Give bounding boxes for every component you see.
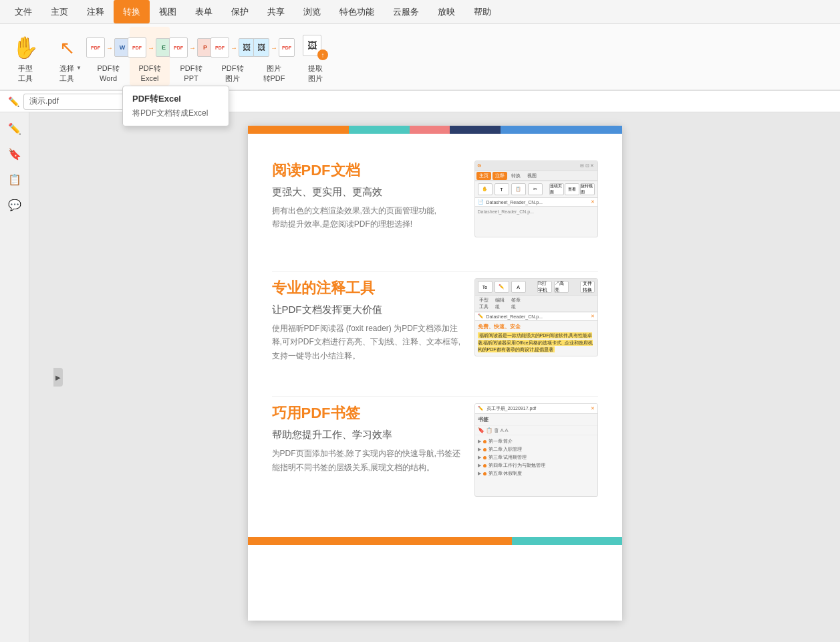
section-1-text: 阅读PDF文档 更强大、更实用、更高效 拥有出色的文档渲染效果,强大的页面管理功… (272, 160, 461, 231)
menu-item-云服务[interactable]: 云服务 (384, 0, 428, 23)
divider-2 (272, 396, 598, 397)
menu-item-注释[interactable]: 注释 (78, 0, 114, 23)
pdf-image-icon: PDF → 🖼 (211, 37, 255, 58)
bm-row-4: ▶ 第四章 工作行为与勤勉管理 (478, 461, 595, 469)
dropdown-arrow-icon: ▼ (76, 65, 82, 71)
mini-tb-6: 文件转换 (580, 281, 595, 293)
pdf-to-word-icon-area: PDF → W (95, 34, 122, 61)
menu-item-放映[interactable]: 放映 (428, 0, 464, 23)
mini-btn-1: ✋ (478, 183, 493, 195)
mini-btn-3: 📋 (511, 183, 526, 195)
pdf-section-1-inner: 阅读PDF文档 更强大、更实用、更高效 拥有出色的文档渲染效果,强大的页面管理功… (272, 160, 598, 237)
hand-tool-label: 手型工具 (18, 64, 33, 83)
pdf-section-2: 专业的注释工具 让PDF文档发挥更大价值 使用福昕PDF阅读器 (foxit r… (272, 278, 598, 362)
pdf-to-word-button[interactable]: PDF → W PDF转Word (88, 27, 128, 86)
mini-tab-hand: 手型工具 (476, 296, 491, 311)
menu-item-共享[interactable]: 共享 (258, 0, 294, 23)
arrow-icon3: → (189, 44, 196, 51)
mini-pen-icon: ✏️ (478, 314, 484, 319)
select-tool-label: 选择工具 (59, 64, 74, 83)
bar-blue (501, 126, 622, 134)
mini-tb-1: To (478, 281, 493, 293)
tooltip-title: PDF转Excel (132, 93, 219, 105)
mini-bm-icon-2: 📋 (486, 427, 493, 433)
bm-row-3: ▶ 第三章 试用期管理 (478, 453, 595, 461)
mini-nav-2: 查看 (565, 183, 579, 195)
main-area: ✏️ 🔖 📋 💬 ▶ 阅读PDF文档 (0, 112, 840, 642)
mini-bm-icon-3: 🗑 (494, 427, 499, 433)
pdf-to-excel-button[interactable]: PDF → E PDF转Excel (130, 27, 170, 86)
section-1-subtitle: 更强大、更实用、更高效 (272, 186, 461, 199)
pdf-section-1: 阅读PDF文档 更强大、更实用、更高效 拥有出色的文档渲染效果,强大的页面管理功… (272, 160, 598, 237)
mini-btn-4: ✂ (528, 183, 543, 195)
mini-nav-1: 连续页面 (549, 183, 564, 195)
pdf-word-label: PDF转Word (98, 64, 120, 83)
pdf-ppt-icon: PDF → P (169, 37, 213, 58)
pdf-to-ppt-icon-area: PDF → P (178, 34, 204, 61)
bm-dot-4 (483, 464, 486, 467)
mini-bm-icon-4: A A (501, 427, 509, 433)
sidebar-bookmark-icon[interactable]: 🔖 (4, 143, 25, 165)
toolbar-group: ✋ 手型工具 ↖ 选择工具 ▼ PDF → W PDF转Word (5, 27, 335, 86)
sidebar-annotation-icon[interactable]: ✏️ (4, 118, 25, 139)
mini-file-name-3: 员工手册_20120917.pdf (486, 405, 537, 412)
menu-item-特色功能[interactable]: 特色功能 (330, 0, 384, 23)
menu-item-文件[interactable]: 文件 (5, 0, 41, 23)
sidebar-page-icon[interactable]: 📋 (4, 169, 25, 190)
pdf-to-ppt-button[interactable]: PDF → P PDF转PPT (171, 27, 211, 86)
extract-image-icon-area: 🖼 ↑ (302, 34, 329, 61)
section-2-text: 专业的注释工具 让PDF文档发挥更大价值 使用福昕PDF阅读器 (foxit r… (272, 278, 461, 362)
extract-image-label: 提取图片 (308, 64, 323, 83)
extract-image-button[interactable]: 🖼 ↑ 提取图片 (295, 27, 335, 86)
menu-item-保护[interactable]: 保护 (222, 0, 258, 23)
mini-highlighted-text: 福昕阅读器是一款功能强大的PDF阅读软件,具有性能卓著,福昕阅读器采用Offic… (478, 332, 593, 352)
mini-app-2-toolbar: 手型工具 编辑组 签章组 (475, 296, 597, 312)
arrow-icon2: → (148, 44, 154, 51)
menu-item-帮助[interactable]: 帮助 (464, 0, 501, 23)
mini-bookmark-label: 书签 (475, 414, 597, 426)
section-2-body: 使用福昕PDF阅读器 (foxit reader) 为PDF文档添加注释,可对P… (272, 322, 461, 362)
mini-tb-5: ↗高亮 (554, 281, 569, 293)
bm-text-1: 第一章 简介 (488, 438, 513, 445)
pdf-word-icon: PDF → W (86, 37, 130, 58)
menu-item-视图[interactable]: 视图 (150, 0, 186, 23)
select-tool-button[interactable]: ↖ 选择工具 ▼ (47, 27, 87, 86)
menu-item-主页[interactable]: 主页 (41, 0, 78, 23)
image-pdf-icon: 🖼 → PDF (253, 38, 295, 57)
bm-expand-1: ▶ (478, 439, 481, 444)
menu-bar: (function() { const data = JSON.parse(do… (0, 0, 840, 24)
menu-item-表单[interactable]: 表单 (186, 0, 222, 23)
mini-btn-2: T (495, 183, 509, 195)
bar-teal (349, 126, 410, 134)
menu-item-浏览[interactable]: 浏览 (294, 0, 330, 23)
bm-row-2: ▶ 第二章 入职管理 (478, 445, 595, 453)
toolbar: ✋ 手型工具 ↖ 选择工具 ▼ PDF → W PDF转Word (0, 24, 840, 91)
hand-tool-button[interactable]: ✋ 手型工具 (5, 27, 45, 86)
mini-green-text: 免费、快速、安全 (478, 323, 595, 330)
mini-close-3: ✕ (591, 406, 595, 411)
hand-tool-icon-area: ✋ (12, 34, 39, 61)
bm-text-2: 第二章 入职管理 (488, 446, 523, 453)
pdf-preview: 阅读PDF文档 更强大、更实用、更高效 拥有出色的文档渲染效果,强大的页面管理功… (248, 126, 622, 621)
bm-dot-3 (483, 456, 486, 459)
divider-1 (272, 271, 598, 272)
sidebar-comment-icon[interactable]: 💬 (4, 194, 25, 215)
arrow-icon4: → (231, 44, 237, 51)
mini-highlight-area: 福昕阅读器是一款功能强大的PDF阅读软件,具有性能卓著,福昕阅读器采用Offic… (478, 332, 595, 354)
bm-expand-5: ▶ (478, 471, 481, 476)
mini-bm-icon-1: 🔖 (478, 427, 484, 433)
select-tool-icon-area: ↖ (53, 34, 80, 61)
collapse-arrow-button[interactable]: ▶ (53, 368, 63, 387)
mini-pen-icon-3: ✏️ (478, 406, 484, 411)
cursor-icon: ↖ (59, 37, 75, 59)
section-2-subtitle: 让PDF文档发挥更大价值 (272, 304, 461, 316)
bm-row-5: ▶ 第五章 休假制度 (478, 469, 595, 477)
bar-navy (450, 126, 501, 134)
bm-dot-5 (483, 472, 486, 475)
mini-app-2: To ✏️ A Tt打字机 ↗高亮 文件转换 (474, 278, 598, 356)
image-to-pdf-button[interactable]: 🖼 → PDF 图片转PDF (254, 27, 294, 86)
pdf-to-image-button[interactable]: PDF → 🖼 PDF转图片 (213, 27, 253, 86)
left-sidebar: ✏️ 🔖 📋 💬 (0, 112, 29, 642)
mini-tab-sign: 签章组 (509, 296, 523, 311)
menu-item-转换[interactable]: 转换 (114, 0, 150, 23)
